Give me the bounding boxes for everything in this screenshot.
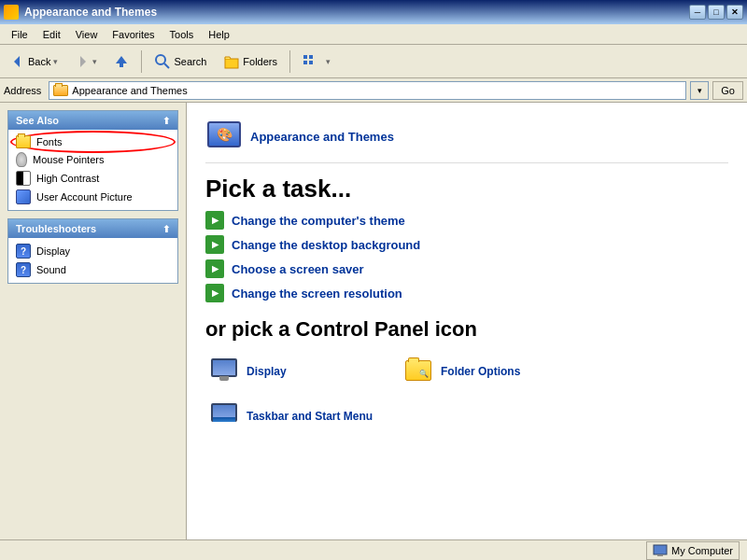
troubleshooters-collapse[interactable]: ⬆ [162,224,170,234]
close-button[interactable]: ✕ [726,5,743,20]
sidebar-item-high-contrast[interactable]: High Contrast [8,169,177,188]
svg-rect-8 [309,55,313,59]
svg-line-5 [164,63,169,68]
green-arrow-icon-0 [205,211,224,230]
go-button[interactable]: Go [712,81,743,100]
minimize-button[interactable]: ─ [689,5,706,20]
menu-view[interactable]: View [68,27,106,42]
forward-button[interactable]: ▾ [68,50,104,73]
user-account-icon [16,189,31,204]
taskbar-inner-icon [211,403,237,422]
content-title: Appearance and Themes [250,130,394,144]
troubleshooters-items: ? Display ? Sound [8,238,177,283]
up-button[interactable] [107,50,135,73]
toolbar-separator-2 [289,50,290,73]
svg-rect-7 [303,55,307,59]
see-also-section: See Also ⬆ Fonts Mouse Pointers High Con… [7,110,178,211]
up-icon [114,54,129,69]
appearance-themes-icon [205,118,243,155]
svg-rect-3 [120,63,123,67]
icon-item-folder-options[interactable]: 🔍 Folder Options [400,353,586,390]
maximize-button[interactable]: □ [708,5,725,20]
content-area: Appearance and Themes Pick a task... Cha… [187,103,747,539]
see-also-items: Fonts Mouse Pointers High Contrast User … [8,130,177,210]
svg-rect-9 [303,61,307,64]
menubar: File Edit View Favorites Tools Help [0,24,747,45]
search-icon [154,53,171,70]
menu-tools[interactable]: Tools [162,27,202,42]
sidebar-item-sound[interactable]: ? Sound [8,260,177,279]
views-button[interactable]: ▾ [296,49,337,74]
main-area: See Also ⬆ Fonts Mouse Pointers High Con… [0,103,747,539]
green-arrow-icon-2 [205,259,224,278]
task-link-0[interactable]: Change the computer's theme [205,211,728,230]
task-link-1[interactable]: Change the desktop background [205,235,728,254]
svg-rect-6 [225,59,238,68]
svg-point-4 [156,55,165,64]
see-also-collapse[interactable]: ⬆ [162,116,170,126]
toolbar: Back ▾ ▾ Search Folders [0,45,747,78]
address-dropdown[interactable]: ▾ [690,81,709,100]
status-my-computer: My Computer [646,541,740,560]
forward-icon [75,54,90,69]
monitor-icon [211,358,237,377]
titlebar: Appearance and Themes ─ □ ✕ [0,0,747,24]
troubleshooters-header: Troubleshooters ⬆ [8,219,177,238]
task-link-2[interactable]: Choose a screen saver [205,259,728,278]
menu-help[interactable]: Help [201,27,237,42]
troubleshooters-section: Troubleshooters ⬆ ? Display ? Sound [7,218,178,284]
icon-item-display[interactable]: Display [205,353,392,390]
contrast-icon [16,171,31,186]
icon-item-taskbar[interactable]: Taskbar and Start Menu [205,398,728,435]
question-icon-2: ? [16,262,31,277]
or-pick-heading: or pick a Control Panel icon [205,317,728,342]
computer-icon [653,543,668,558]
sidebar-item-display[interactable]: ? Display [8,242,177,260]
menu-edit[interactable]: Edit [35,27,68,42]
folder-options-icon: 🔍 [403,357,433,386]
svg-rect-10 [309,61,313,64]
toolbar-separator [141,50,142,73]
statusbar: My Computer [0,539,747,560]
content-header: Appearance and Themes [205,118,728,163]
sidebar-item-user-account-picture[interactable]: User Account Picture [8,188,177,206]
pick-task-heading: Pick a task... [205,175,728,203]
mouse-pointer-icon [16,152,27,167]
svg-marker-2 [116,56,127,63]
svg-marker-1 [80,56,86,67]
task-link-3[interactable]: Change the screen resolution [205,284,728,302]
sidebar: See Also ⬆ Fonts Mouse Pointers High Con… [0,103,187,539]
window-title: Appearance and Themes [24,6,689,19]
menu-favorites[interactable]: Favorites [105,27,162,42]
address-box[interactable]: Appearance and Themes [49,81,686,100]
address-folder-icon [53,85,68,96]
back-button[interactable]: Back ▾ [4,50,64,73]
addressbar: Address Appearance and Themes ▾ Go [0,78,747,103]
folders-button[interactable]: Folders [217,49,284,74]
see-also-header: See Also ⬆ [8,111,177,130]
appearance-icon-inner [207,121,241,147]
svg-marker-0 [14,56,20,67]
svg-rect-11 [654,545,667,554]
question-icon: ? [16,244,31,259]
control-panel-icons: Display 🔍 Folder Options Taskbar and Sta… [205,353,728,435]
back-icon [10,54,25,69]
sidebar-item-fonts[interactable]: Fonts [8,133,177,150]
window-controls: ─ □ ✕ [689,5,743,20]
display-icon [209,357,239,386]
folders-icon [223,53,240,70]
address-text: Appearance and Themes [72,85,187,96]
sidebar-item-mouse-pointers[interactable]: Mouse Pointers [8,150,177,169]
address-label: Address [4,85,45,96]
taskbar-icon [209,401,239,431]
green-arrow-icon-1 [205,235,224,254]
menu-file[interactable]: File [4,27,35,42]
folder-large-icon: 🔍 [405,360,431,381]
views-icon [303,53,323,70]
app-icon [4,5,19,20]
fonts-icon [16,135,31,148]
svg-rect-12 [657,554,663,556]
green-arrow-icon-3 [205,284,224,302]
search-button[interactable]: Search [148,49,213,74]
